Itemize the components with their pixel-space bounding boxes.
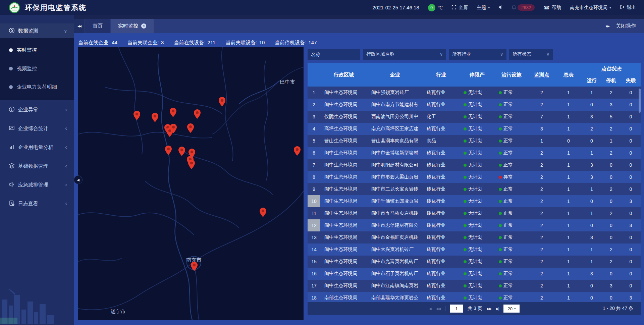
map-pin-icon[interactable]: [191, 262, 198, 271]
table-row[interactable]: 2 阆中生态环境局 阆中市南方节能建材有 砖瓦行业 无计划 正常 2 1 0 3…: [308, 99, 641, 111]
bullet-icon: [9, 48, 13, 52]
map-pin-icon[interactable]: [165, 146, 172, 155]
facility-dot: [499, 103, 502, 106]
prev-page-button[interactable]: ◀◀: [436, 307, 440, 311]
cell-points: 2: [528, 211, 555, 216]
sound-toggle[interactable]: [498, 5, 503, 10]
sidebar-item-video-monitoring[interactable]: 视频监控: [0, 59, 74, 78]
tabs-scroll-left-button[interactable]: ◀◀: [74, 19, 85, 33]
sidebar-item-enterprise-statistics[interactable]: 企业综合统计 ‹: [0, 119, 74, 138]
table-row[interactable]: 15 阆中生态环境局 阆中市光富页岩机砖厂 砖瓦行业 无计划 正常 2 1 1 …: [308, 256, 641, 268]
sidebar-item-log-view[interactable]: 日志查看 ‹: [0, 194, 74, 213]
cell-stopped: 0: [601, 199, 621, 204]
logout-label: 退出: [627, 5, 636, 11]
vertical-scrollbar-thumb[interactable]: [639, 89, 641, 113]
app-title: 环保用电监管系统: [25, 3, 87, 12]
last-page-button[interactable]: ▶|: [496, 307, 499, 311]
first-page-button[interactable]: |◀: [429, 307, 431, 311]
row-index: 13: [308, 231, 320, 243]
sidebar-item-power-analysis[interactable]: 企业用电量分析 ‹: [0, 138, 74, 157]
sidebar-item-enterprise-abnormal[interactable]: 企业异常 ‹: [0, 100, 74, 119]
cell-running: 3: [582, 174, 601, 180]
cell-points: 2: [528, 295, 555, 301]
next-page-button[interactable]: ▶▶: [487, 307, 491, 311]
cell-region: 阆中生态环境局: [320, 186, 367, 192]
cell-facility: 正常: [495, 295, 528, 301]
cell-facility: 正常: [495, 162, 528, 168]
page-size-select[interactable]: 20 ▾: [503, 305, 520, 313]
notifications[interactable]: 2632: [512, 4, 535, 11]
cell-facility: 正常: [495, 126, 528, 132]
cell-plan: 无计划: [460, 198, 495, 204]
cell-points: 2: [528, 186, 555, 192]
map-pin-icon[interactable]: [133, 111, 140, 120]
table-row[interactable]: 4 高坪生态环境局 南充市高坪区王家店建 砖瓦行业 无计划 正常 3 1 2 2…: [308, 123, 641, 135]
table-row[interactable]: 10 阆中生态环境局 阆中千佛镇五郎垭页岩 砖瓦行业 无计划 正常 2 1 0 …: [308, 195, 641, 207]
region-filter-select[interactable]: 行政区域名称 ∨: [363, 49, 446, 60]
tab-realtime-monitoring[interactable]: 实时监控 ×: [111, 19, 154, 33]
theme-dropdown[interactable]: 主题 ▾: [477, 5, 490, 11]
cell-points: 2: [528, 283, 555, 288]
plan-status-dot: [464, 236, 467, 239]
table-row[interactable]: 11 阆中生态环境局 阆中市五马桥页岩机砖 砖瓦行业 无计划 正常 2 1 1 …: [308, 207, 641, 219]
table-row[interactable]: 12 阆中生态环境局 阆中市忠信建材有限公 砖瓦行业 无计划 正常 2 1 0 …: [308, 219, 641, 231]
table-row[interactable]: 14 阆中生态环境局 阆中大兴页岩机砖厂 砖瓦行业 无计划 正常 2 1 1 2…: [308, 243, 641, 256]
tab-close-icon[interactable]: ×: [141, 23, 146, 29]
table-row[interactable]: 5 营山生态环境局 营山县润丰肉食品有限 食品 无计划 正常 1 0 0 1 0: [308, 135, 641, 147]
facility-dot: [499, 200, 502, 203]
map-collapse-button[interactable]: ◀: [74, 175, 83, 184]
map-pin-icon[interactable]: [166, 127, 173, 137]
cell-facility: 正常: [495, 222, 528, 228]
plan-status-dot: [464, 91, 467, 94]
logout-button[interactable]: 退出: [620, 5, 636, 11]
facility-label: 正常: [503, 186, 513, 192]
cell-running: 3: [582, 271, 601, 276]
plan-status-dot: [464, 140, 467, 143]
map-pin-icon[interactable]: [152, 113, 158, 122]
sidebar-group-label: 数据监测: [18, 28, 38, 34]
table-row[interactable]: 6 阆中生态环境局 阆中市金博瑞新型墙材 砖瓦行业 无计划 正常 2 1 1 2…: [308, 147, 641, 159]
table-row[interactable]: 17 阆中生态环境局 阆中市江南镇阆南页岩 砖瓦行业 无计划 正常 2 1 0 …: [308, 280, 641, 292]
name-filter-input[interactable]: [311, 52, 357, 57]
row-index: 16: [308, 268, 320, 280]
close-operations-button[interactable]: 关闭操作: [616, 23, 636, 29]
table-row[interactable]: 13 阆中生态环境局 阆中市金福旺页岩机砖 砖瓦行业 无计划 正常 2 1 3 …: [308, 231, 641, 243]
cell-offline: 0: [621, 174, 641, 180]
page-number-input[interactable]: [450, 305, 463, 313]
map-pin-icon[interactable]: [187, 123, 194, 133]
table-row[interactable]: 8 阆中生态环境局 阆中市枣碧大梁山页岩 砖瓦行业 无计划 异常 2 1 3 0…: [308, 171, 641, 183]
table-row[interactable]: 1 阆中生态环境局 阆中强锐页岩砖厂 砖瓦行业 无计划 正常 2 1 1 2 0: [308, 87, 641, 99]
sidebar-item-realtime-monitoring[interactable]: 实时监控: [0, 41, 74, 59]
map-pin-icon[interactable]: [188, 160, 195, 169]
sidebar-item-emergency-reduction[interactable]: 应急减排管理 ‹: [0, 175, 74, 194]
map-pin-icon[interactable]: [294, 146, 301, 156]
col-header-offline: 失联: [621, 75, 641, 87]
map-panel[interactable]: 巴中市南充市遂宁市: [78, 47, 304, 320]
fullscreen-button[interactable]: 全屏: [451, 5, 468, 11]
status-filter-select[interactable]: 所有状态 ∨: [509, 49, 553, 60]
help-button[interactable]: ☎ 帮助: [543, 5, 561, 11]
table-row[interactable]: 9 阆中生态环境局 阆中市二龙长宝页岩砖 砖瓦行业 无计划 正常 2 1 1 2…: [308, 183, 641, 195]
double-right-arrow-icon[interactable]: ▶▶: [606, 24, 609, 28]
sidebar-item-power-load-detail[interactable]: 企业电力负荷明细: [0, 78, 74, 96]
name-filter-field[interactable]: [308, 49, 360, 60]
cell-offline: 0: [621, 247, 641, 252]
user-menu[interactable]: 南充市生态环境局 ▾: [570, 5, 611, 11]
collapse-left-icon: ◀: [77, 178, 79, 182]
industry-filter-select[interactable]: 所有行业 ∨: [449, 49, 506, 60]
cell-industry: 砖瓦行业: [423, 198, 460, 204]
datetime: 2021-02-25 17:46:18: [372, 5, 419, 10]
table-row[interactable]: 7 阆中生态环境局 阆中明阳建材有限公司 砖瓦行业 无计划 正常 2 1 3 0…: [308, 159, 641, 171]
sidebar-group-data-monitoring[interactable]: 数据监测 ∨: [0, 23, 74, 38]
map-pin-icon[interactable]: [219, 97, 225, 106]
plan-label: 无计划: [468, 295, 482, 300]
map-pin-icon[interactable]: [170, 108, 176, 117]
map-pin-icon[interactable]: [178, 147, 185, 156]
map-pin-icon[interactable]: [260, 208, 266, 217]
table-row[interactable]: 3 仪陇生态环境局 西南油气田分公司川中 化工 无计划 正常 7 1 3 5 0: [308, 111, 641, 123]
cell-industry: 砖瓦行业: [423, 295, 460, 301]
table-row[interactable]: 16 阆中生态环境局 阆中市石子页岩机砖厂 砖瓦行业 无计划 正常 2 1 3 …: [308, 268, 641, 280]
map-pin-icon[interactable]: [194, 109, 201, 119]
sidebar-item-base-data[interactable]: 基础数据管理 ‹: [0, 157, 74, 175]
tab-home[interactable]: 首页: [85, 19, 110, 33]
